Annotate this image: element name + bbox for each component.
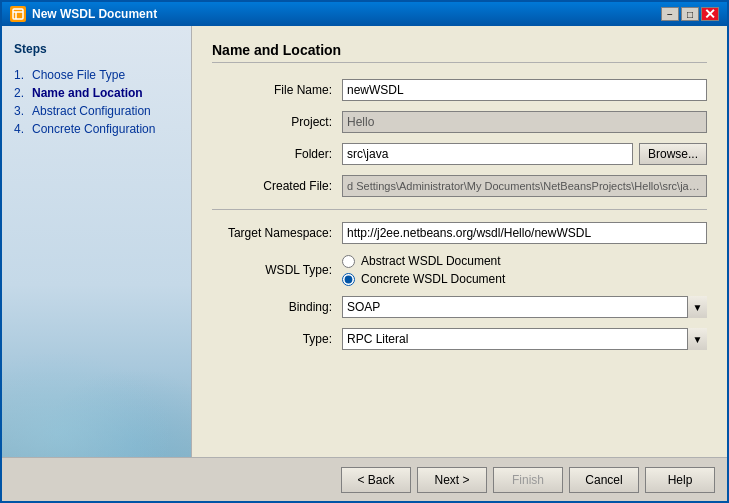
folder-label: Folder: [212,147,342,161]
step-label-1: Choose File Type [32,68,125,82]
cancel-button[interactable]: Cancel [569,467,639,493]
folder-row: Folder: Browse... [212,143,707,165]
binding-select[interactable]: SOAP HTTP MIME [342,296,707,318]
finish-button[interactable]: Finish [493,467,563,493]
step-num-2: 2. [14,86,32,100]
step-num-4: 4. [14,122,32,136]
close-icon: ✕ [704,7,716,21]
steps-title: Steps [14,42,179,56]
project-input [342,111,707,133]
main-window: New WSDL Document − □ ✕ Steps 1. Choose … [0,0,729,503]
type-select-wrapper: RPC Literal Document Literal RPC Encoded… [342,328,707,350]
sidebar: Steps 1. Choose File Type 2. Name and Lo… [2,26,192,457]
target-namespace-label: Target Namespace: [212,226,342,240]
radio-abstract-label[interactable]: Abstract WSDL Document [342,254,505,268]
target-namespace-input[interactable] [342,222,707,244]
step-num-3: 3. [14,104,32,118]
sidebar-item-concrete-config[interactable]: 4. Concrete Configuration [14,122,179,136]
target-namespace-row: Target Namespace: [212,222,707,244]
main-panel: Name and Location File Name: Project: Fo… [192,26,727,457]
created-file-label: Created File: [212,179,342,193]
sidebar-item-choose-file-type[interactable]: 1. Choose File Type [14,68,179,82]
step-label-3: Abstract Configuration [32,104,151,118]
divider [212,209,707,210]
binding-select-wrapper: SOAP HTTP MIME ▼ [342,296,707,318]
type-label: Type: [212,332,342,346]
svg-rect-0 [13,9,23,19]
sidebar-item-abstract-config[interactable]: 3. Abstract Configuration [14,104,179,118]
minimize-button[interactable]: − [661,7,679,21]
step-label-4: Concrete Configuration [32,122,155,136]
window-icon [10,6,26,22]
radio-abstract-text: Abstract WSDL Document [361,254,501,268]
project-row: Project: [212,111,707,133]
step-num-1: 1. [14,68,32,82]
sidebar-item-name-location[interactable]: 2. Name and Location [14,86,179,100]
binding-row: Binding: SOAP HTTP MIME ▼ [212,296,707,318]
folder-input[interactable] [342,143,633,165]
title-bar: New WSDL Document − □ ✕ [2,2,727,26]
section-title: Name and Location [212,42,707,63]
bottom-bar: < Back Next > Finish Cancel Help [2,457,727,501]
binding-label: Binding: [212,300,342,314]
help-button[interactable]: Help [645,467,715,493]
window-controls: − □ ✕ [661,7,719,21]
radio-concrete-text: Concrete WSDL Document [361,272,505,286]
wsdl-type-label: WSDL Type: [212,263,342,277]
file-name-row: File Name: [212,79,707,101]
created-file-input [342,175,707,197]
file-name-input[interactable] [342,79,707,101]
file-name-label: File Name: [212,83,342,97]
step-label-2: Name and Location [32,86,143,100]
project-label: Project: [212,115,342,129]
radio-concrete-label[interactable]: Concrete WSDL Document [342,272,505,286]
back-button[interactable]: < Back [341,467,411,493]
wsdl-type-row: WSDL Type: Abstract WSDL Document Concre… [212,254,707,286]
next-button[interactable]: Next > [417,467,487,493]
close-button[interactable]: ✕ [701,7,719,21]
folder-controls: Browse... [342,143,707,165]
type-row: Type: RPC Literal Document Literal RPC E… [212,328,707,350]
radio-concrete[interactable] [342,273,355,286]
created-file-row: Created File: [212,175,707,197]
radio-abstract[interactable] [342,255,355,268]
maximize-button[interactable]: □ [681,7,699,21]
wsdl-type-radio-group: Abstract WSDL Document Concrete WSDL Doc… [342,254,505,286]
browse-button[interactable]: Browse... [639,143,707,165]
window-title: New WSDL Document [32,7,655,21]
content-area: Steps 1. Choose File Type 2. Name and Lo… [2,26,727,457]
type-select[interactable]: RPC Literal Document Literal RPC Encoded [342,328,707,350]
